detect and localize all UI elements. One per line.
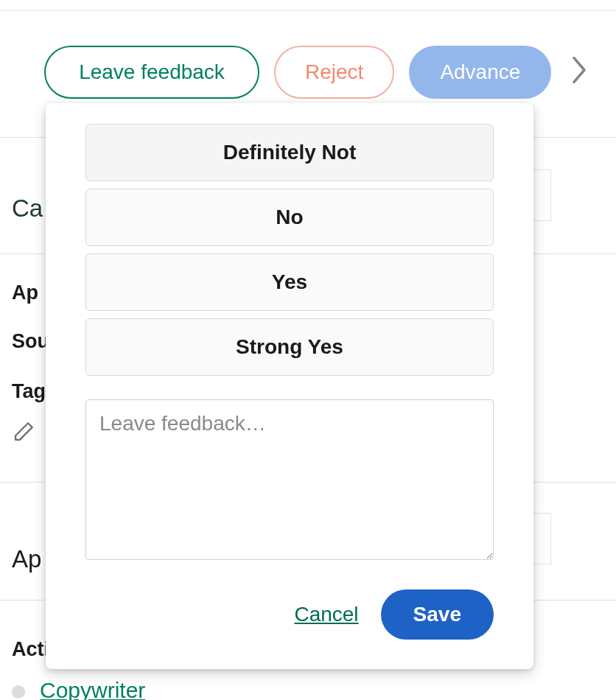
advance-label: Advance: [440, 60, 520, 84]
rating-option-label: Strong Yes: [236, 335, 343, 359]
rating-option-strong-yes[interactable]: Strong Yes: [85, 318, 494, 376]
popover-actions: Cancel Save: [85, 589, 494, 640]
leave-feedback-button[interactable]: Leave feedback: [44, 46, 259, 99]
feedback-popover: Definitely Not No Yes Strong Yes Cancel …: [46, 103, 533, 669]
app-section-heading: Ap: [12, 545, 41, 573]
save-button[interactable]: Save: [381, 589, 494, 640]
feedback-textarea[interactable]: [85, 399, 494, 560]
candidate-section-heading: Ca: [12, 195, 43, 223]
rating-option-no[interactable]: No: [85, 189, 494, 246]
activity-heading: Acti: [12, 638, 49, 661]
edit-pencil-icon[interactable]: [10, 420, 35, 445]
rating-option-label: No: [276, 206, 303, 229]
rating-option-definitely-not[interactable]: Definitely Not: [85, 124, 494, 181]
activity-status-dot-icon: [12, 685, 25, 699]
leave-feedback-label: Leave feedback: [79, 60, 225, 84]
save-button-label: Save: [413, 603, 461, 626]
next-candidate-icon[interactable]: [569, 55, 589, 91]
tag-field-label: Tag: [12, 380, 46, 403]
candidate-action-bar: Leave feedback Reject Advance: [44, 46, 616, 99]
app-field-label: Ap: [12, 281, 38, 304]
advance-button[interactable]: Advance: [409, 46, 551, 99]
page-top-divider: [0, 10, 616, 11]
rating-option-yes[interactable]: Yes: [85, 253, 494, 311]
source-field-label: Sou: [12, 330, 49, 353]
activity-copywriter-link[interactable]: Copywriter: [40, 678, 145, 700]
reject-label: Reject: [305, 60, 363, 84]
cancel-button[interactable]: Cancel: [294, 603, 358, 626]
reject-button[interactable]: Reject: [274, 46, 394, 99]
rating-option-label: Yes: [272, 270, 307, 294]
rating-option-label: Definitely Not: [223, 141, 356, 164]
